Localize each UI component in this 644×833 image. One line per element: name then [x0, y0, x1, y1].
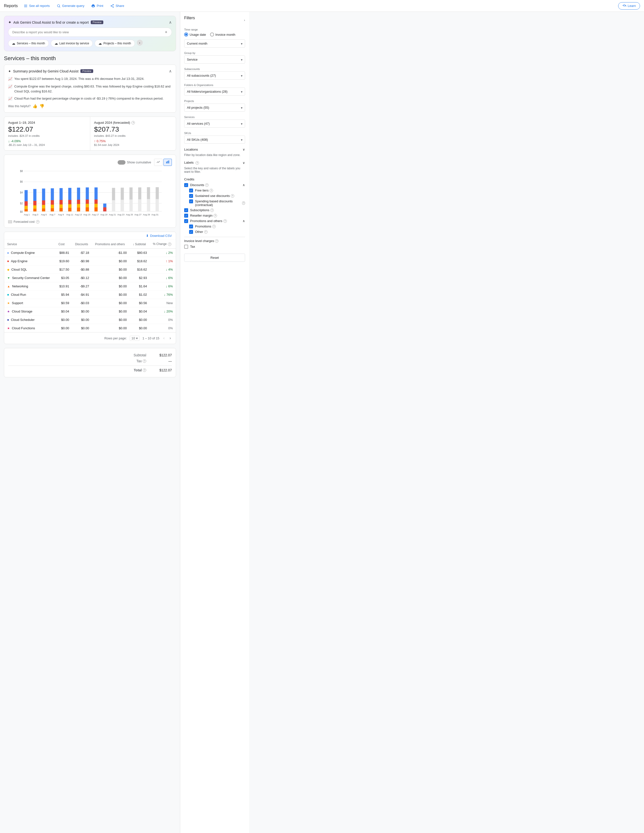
- help-icon-forecast[interactable]: ?: [131, 121, 135, 124]
- line-chart-button[interactable]: [154, 159, 163, 166]
- discounts-checkbox[interactable]: [184, 183, 188, 187]
- forecasted-cost-card: August 2024 (forecasted) ? $207.73 inclu…: [90, 117, 176, 150]
- rows-per-page-label: Rows per page:: [104, 336, 127, 340]
- generate-query-button[interactable]: Generate query: [54, 2, 87, 10]
- free-tiers-checkbox[interactable]: [189, 188, 193, 193]
- learn-button[interactable]: Learn: [618, 2, 640, 10]
- usage-date-radio[interactable]: Usage date: [184, 32, 206, 37]
- subaccounts-select[interactable]: All subaccounts (27): [184, 71, 245, 80]
- help-icon-subscriptions[interactable]: ?: [210, 209, 214, 212]
- summary-trend-icon-3: 📈: [8, 96, 12, 101]
- sustained-use-checkbox[interactable]: [189, 194, 193, 198]
- help-icon-other[interactable]: ?: [204, 230, 208, 234]
- spending-based-checkbox[interactable]: [189, 199, 193, 203]
- help-icon-spending[interactable]: ?: [242, 201, 245, 205]
- other-checkbox[interactable]: [189, 230, 193, 234]
- reset-button[interactable]: Reset: [184, 254, 245, 262]
- help-icon-discounts[interactable]: ?: [205, 183, 209, 187]
- forecasted-change: ↑ 0.75%: [94, 139, 172, 143]
- promotions-collapse-icon[interactable]: ∧: [243, 219, 245, 223]
- total-row: Total ? $122.07: [8, 367, 172, 373]
- help-icon-change[interactable]: ?: [168, 243, 171, 246]
- totals-card: Subtotal $122.07 Tax ? — Total ? $122.07: [4, 348, 176, 377]
- help-icon-reseller[interactable]: ?: [214, 214, 217, 217]
- download-csv-button[interactable]: ⬇ Download CSV: [146, 234, 172, 238]
- bar-aug13[interactable]: [77, 188, 80, 211]
- bar-aug31-forecast[interactable]: [156, 187, 159, 211]
- discounts-checkbox-row: Discounts ? ∧: [184, 183, 245, 187]
- help-icon-tax[interactable]: ?: [143, 359, 146, 363]
- discounts-label: Discounts ?: [190, 183, 241, 187]
- services-select[interactable]: All services (47): [184, 119, 245, 128]
- sidebar-expand-button[interactable]: ›: [244, 18, 245, 22]
- bar-aug7[interactable]: [51, 188, 54, 211]
- service-icon-4: ▲: [7, 285, 10, 288]
- labels-header[interactable]: Labels ? ∨: [184, 161, 245, 165]
- next-page-button[interactable]: ›: [169, 335, 172, 341]
- chips-next-button[interactable]: ›: [137, 40, 143, 46]
- discounts-collapse-icon[interactable]: ∧: [243, 183, 245, 187]
- cumulative-toggle-switch[interactable]: [118, 160, 126, 165]
- gemini-bar-collapse-button[interactable]: ∧: [169, 20, 172, 25]
- see-all-reports-button[interactable]: See all reports: [21, 2, 53, 10]
- help-icon-forecast-legend[interactable]: ?: [36, 220, 39, 224]
- gemini-search-input[interactable]: [12, 30, 164, 34]
- help-icon-promotions[interactable]: ?: [224, 219, 227, 223]
- bar-aug21-forecast[interactable]: [112, 188, 115, 211]
- prev-page-button[interactable]: ‹: [162, 335, 166, 341]
- locations-header[interactable]: Locations ∨: [184, 148, 245, 151]
- bar-aug25-forecast[interactable]: [129, 187, 133, 211]
- bar-aug9[interactable]: [60, 188, 63, 211]
- bar-aug17[interactable]: [95, 187, 98, 211]
- bar-aug27-forecast[interactable]: [138, 187, 141, 211]
- help-icon-invoice-charges[interactable]: ?: [215, 239, 219, 243]
- service-cell-9: ★ Cloud Functions: [4, 324, 55, 333]
- current-cost-card: August 1–19, 2024 $122.07 includes -$24.…: [4, 117, 90, 150]
- current-amount: $122.07: [8, 125, 86, 133]
- current-month-select[interactable]: Current month: [184, 39, 245, 48]
- subscriptions-checkbox[interactable]: [184, 208, 188, 212]
- subtotal-label: Subtotal: [134, 353, 146, 357]
- help-icon-sustained[interactable]: ?: [231, 194, 234, 198]
- help-icon-labels[interactable]: ?: [195, 161, 199, 165]
- bar-aug23-forecast[interactable]: [121, 188, 124, 211]
- promotions-checkbox[interactable]: [184, 219, 188, 223]
- help-icon-total[interactable]: ?: [143, 368, 146, 372]
- skus-select[interactable]: All SKUs (408): [184, 135, 245, 144]
- chip-services-month[interactable]: ☁ Services – this month: [8, 40, 49, 47]
- bar-aug15[interactable]: [86, 187, 89, 211]
- thumbs-down-button[interactable]: 👎: [39, 104, 44, 108]
- summary-trend-icon-1: 📈: [8, 76, 12, 82]
- x-label-aug5: Aug 5: [41, 214, 47, 216]
- projects-select[interactable]: All projects (55): [184, 103, 245, 112]
- table-row: ★ Support $0.59 -$0.03 $0.00 $0.56 New: [4, 299, 176, 307]
- bar-aug3[interactable]: [33, 189, 37, 211]
- summary-collapse-button[interactable]: ∧: [169, 69, 172, 74]
- help-icon-free-tiers[interactable]: ?: [209, 189, 213, 192]
- thumbs-up-button[interactable]: 👍: [32, 104, 37, 108]
- x-label-aug31: Aug 31: [151, 214, 159, 216]
- chip-last-invoice[interactable]: ☁ Last invoice by service: [51, 40, 93, 47]
- invoice-month-radio[interactable]: Invoice month: [210, 32, 235, 37]
- folders-select[interactable]: All folders/organizations (28): [184, 87, 245, 96]
- share-button[interactable]: Share: [107, 2, 127, 10]
- bar-aug11[interactable]: [68, 188, 71, 211]
- print-button[interactable]: Print: [88, 2, 106, 10]
- change-cell-5: ↓ 76%: [150, 291, 176, 299]
- rows-per-page-select[interactable]: 10 ▾: [130, 336, 139, 341]
- chip-projects-month[interactable]: ☁ Projects – this month: [95, 40, 135, 47]
- table-row: ■ App Engine $19.60 -$0.98 $0.00 $18.62 …: [4, 257, 176, 265]
- bar-chart-button[interactable]: [163, 159, 172, 166]
- bar-aug29-forecast[interactable]: [147, 187, 150, 211]
- x-label-aug7: Aug 7: [49, 214, 55, 216]
- tax-checkbox[interactable]: [184, 245, 188, 249]
- bar-aug5[interactable]: [42, 188, 45, 211]
- skus-label: SKUs: [184, 132, 245, 135]
- bar-aug19[interactable]: [103, 204, 106, 211]
- reseller-checkbox[interactable]: [184, 214, 188, 218]
- help-icon-promo-sub[interactable]: ?: [212, 225, 216, 228]
- promotions-cell-2: $0.00: [92, 265, 130, 274]
- bar-aug1[interactable]: [25, 190, 28, 211]
- group-by-select[interactable]: Service: [184, 55, 245, 64]
- promotions-sub-checkbox[interactable]: [189, 225, 193, 228]
